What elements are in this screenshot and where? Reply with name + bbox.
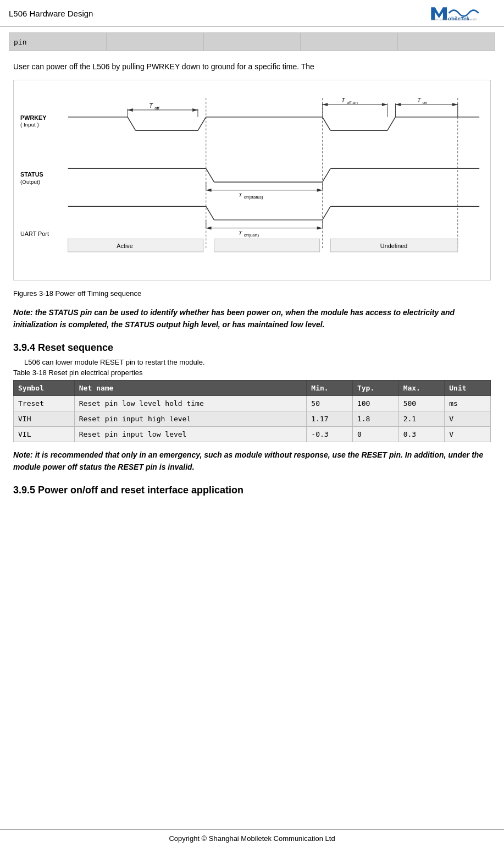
- table-cell-2-2: -0.3: [307, 426, 353, 442]
- section-394-sub: L506 can lower module RESET pin to resta…: [24, 358, 491, 366]
- svg-text:off(status): off(status): [244, 195, 263, 200]
- table-body: TresetReset pin low level hold time50100…: [14, 395, 491, 442]
- table-cell-1-3: 1.8: [352, 411, 398, 426]
- svg-text:T: T: [239, 230, 242, 236]
- svg-marker-36: [395, 103, 401, 106]
- table-row: VIHReset pin input high level1.171.82.1V: [14, 411, 491, 426]
- timing-diagram: PWRKEY ( Input ) STATUS (Output) UART Po…: [13, 80, 491, 280]
- gray-bar-cell-5: [398, 33, 495, 51]
- table-cell-1-2: 1.17: [307, 411, 353, 426]
- svg-line-9: [128, 117, 136, 131]
- th-netname: Net name: [74, 380, 307, 395]
- svg-rect-65: [68, 239, 203, 252]
- table-cell-1-1: Reset pin input high level: [74, 411, 307, 426]
- main-content: User can power off the L506 by pulling P…: [0, 51, 504, 506]
- section-394-heading: 3.9.4 Reset sequence: [13, 342, 491, 354]
- th-typ: Typ.: [352, 380, 398, 395]
- th-symbol: Symbol: [14, 380, 75, 395]
- svg-marker-22: [128, 108, 133, 112]
- table-cell-2-3: 0: [352, 426, 398, 442]
- svg-line-11: [198, 117, 206, 131]
- table-cell-2-4: 0.3: [398, 426, 445, 442]
- gray-bar-row: pin: [9, 32, 495, 51]
- table-cell-2-1: Reset pin input low level: [74, 426, 307, 442]
- svg-marker-23: [192, 108, 198, 112]
- table-cell-1-5: V: [445, 411, 491, 426]
- svg-text:T: T: [341, 97, 346, 103]
- svg-text:on: on: [423, 100, 428, 105]
- svg-text:UART Port: UART Port: [20, 230, 49, 237]
- note1-text: Note: the STATUS pin can be used to iden…: [13, 306, 491, 331]
- svg-text:T: T: [149, 102, 153, 109]
- svg-text:T: T: [239, 193, 242, 199]
- svg-marker-37: [452, 103, 458, 106]
- gray-bar-cell-4: [301, 33, 398, 51]
- svg-line-51: [206, 206, 214, 220]
- svg-text:smart solutions for a smarter : smart solutions for a smarter world: [431, 18, 476, 21]
- reset-table: Symbol Net name Min. Typ. Max. Unit Tres…: [13, 380, 491, 442]
- svg-text:off: off: [154, 106, 159, 111]
- page-footer: Copyright © Shanghai Mobiletek Communica…: [0, 829, 504, 847]
- table-row: TresetReset pin low level hold time50100…: [14, 395, 491, 411]
- table-cell-0-3: 100: [352, 395, 398, 411]
- figures-caption: Figures 3-18 Power off Timing sequence: [13, 289, 491, 298]
- section-395-heading: 3.9.5 Power on/off and reset interface a…: [13, 485, 491, 496]
- page-title: L506 Hardware Design: [9, 9, 93, 18]
- table-cell-1-0: VIH: [14, 411, 75, 426]
- svg-text:( Input ): ( Input ): [20, 122, 39, 128]
- th-max: Max.: [398, 380, 445, 395]
- table-cell-0-1: Reset pin low level hold time: [74, 395, 307, 411]
- th-min: Min.: [307, 380, 353, 395]
- svg-marker-48: [206, 189, 212, 192]
- note2-text: Note: it is recommended that only in an …: [13, 449, 491, 474]
- company-logo: obileTek smart solutions for a smarter w…: [429, 3, 495, 23]
- table-cell-0-0: Treset: [14, 395, 75, 411]
- timing-diagram-svg: PWRKEY ( Input ) STATUS (Output) UART Po…: [19, 86, 485, 273]
- svg-text:STATUS: STATUS: [20, 171, 43, 178]
- gray-bar-cell-2: [107, 33, 204, 51]
- table-cell-2-0: VIL: [14, 426, 75, 442]
- svg-text:T: T: [417, 97, 422, 103]
- gray-bar-cell-3: [204, 33, 301, 51]
- table-header-row: Symbol Net name Min. Typ. Max. Unit: [14, 380, 491, 395]
- svg-marker-49: [317, 189, 323, 192]
- gray-bar-cell-1: pin: [9, 33, 107, 51]
- svg-text:Active: Active: [117, 243, 133, 249]
- svg-rect-66: [214, 239, 320, 252]
- logo-area: obileTek smart solutions for a smarter w…: [429, 3, 495, 23]
- table-caption: Table 3-18 Reset pin electrical properti…: [13, 369, 491, 377]
- svg-text:(Output): (Output): [20, 179, 40, 185]
- svg-line-15: [387, 117, 396, 131]
- svg-line-41: [323, 168, 331, 182]
- table-cell-0-2: 50: [307, 395, 353, 411]
- svg-line-53: [323, 206, 331, 220]
- svg-text:Undefined: Undefined: [380, 243, 407, 249]
- table-row: VILReset pin input low level-0.300.3V: [14, 426, 491, 442]
- table-cell-2-5: V: [445, 426, 491, 442]
- svg-marker-30: [382, 103, 387, 106]
- svg-line-13: [323, 117, 331, 131]
- table-cell-0-4: 500: [398, 395, 445, 411]
- svg-line-39: [206, 168, 214, 182]
- table-cell-1-4: 2.1: [398, 411, 445, 426]
- page-header: L506 Hardware Design obileTek smart solu…: [0, 0, 504, 27]
- svg-text:PWRKEY: PWRKEY: [20, 114, 47, 121]
- intro-paragraph: User can power off the L506 by pulling P…: [13, 62, 491, 71]
- svg-marker-61: [317, 227, 323, 230]
- svg-text:off-on: off-on: [347, 100, 358, 105]
- svg-marker-29: [323, 103, 328, 106]
- svg-text:off(uart): off(uart): [244, 233, 259, 238]
- svg-marker-60: [206, 227, 212, 230]
- th-unit: Unit: [445, 380, 491, 395]
- table-cell-0-5: ms: [445, 395, 491, 411]
- copyright-text: Copyright © Shanghai Mobiletek Communica…: [169, 834, 335, 843]
